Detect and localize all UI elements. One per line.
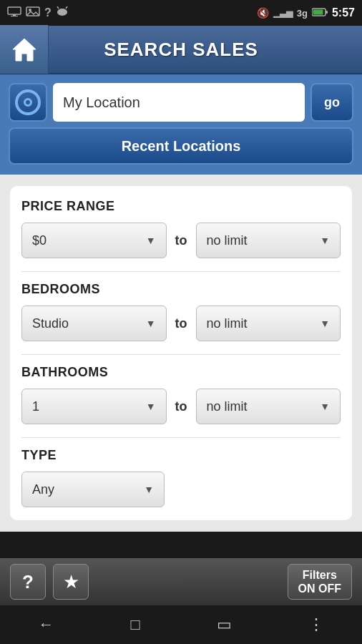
price-to-arrow: ▼ bbox=[320, 235, 330, 246]
bathrooms-from-arrow: ▼ bbox=[146, 401, 156, 412]
help-icon: ? bbox=[22, 571, 34, 593]
type-value: Any bbox=[32, 482, 54, 497]
screen-icon bbox=[7, 6, 21, 19]
price-range-row: $0 ▼ to no limit ▼ bbox=[21, 223, 341, 258]
bathrooms-to-arrow: ▼ bbox=[320, 401, 330, 412]
bottom-left-buttons: ? ★ bbox=[10, 564, 89, 600]
bathrooms-label: BATHROOMS bbox=[21, 365, 341, 380]
favorites-icon: ★ bbox=[63, 571, 79, 593]
type-label: TYPE bbox=[21, 448, 341, 463]
network-label: 3g bbox=[297, 8, 308, 19]
home-button[interactable] bbox=[0, 25, 49, 74]
bedrooms-to-value: no limit bbox=[207, 316, 248, 331]
search-row: go bbox=[9, 83, 353, 122]
filters-card: PRICE RANGE $0 ▼ to no limit ▼ BEDROOMS … bbox=[10, 186, 352, 520]
android-icon bbox=[56, 6, 69, 19]
home-icon bbox=[10, 35, 39, 64]
type-row: Any ▼ bbox=[21, 472, 341, 507]
target-icon bbox=[15, 89, 41, 115]
price-range-label: PRICE RANGE bbox=[21, 199, 341, 214]
help-button[interactable]: ? bbox=[10, 564, 46, 600]
bedrooms-range-row: Studio ▼ to no limit ▼ bbox=[21, 306, 341, 341]
recents-button[interactable]: ▭ bbox=[217, 615, 232, 634]
status-time: 5:57 bbox=[332, 6, 355, 19]
status-right-icons: 🔇 ▁▃▅ 3g 5:57 bbox=[257, 6, 355, 19]
bedrooms-from-arrow: ▼ bbox=[146, 318, 156, 329]
bedrooms-to-dropdown[interactable]: no limit ▼ bbox=[196, 306, 341, 341]
bedrooms-label: BEDROOMS bbox=[21, 282, 341, 297]
svg-line-7 bbox=[66, 6, 67, 9]
android-nav-bar: ← □ ▭ ⋮ bbox=[0, 605, 362, 644]
home-nav-button[interactable]: □ bbox=[130, 615, 140, 634]
filters-toggle-text: Filters ON OFF bbox=[288, 568, 351, 595]
menu-button[interactable]: ⋮ bbox=[308, 615, 324, 634]
status-bar: ? 🔇 ▁▃▅ 3g 5:57 bbox=[0, 0, 362, 26]
svg-rect-0 bbox=[8, 7, 21, 14]
type-dropdown[interactable]: Any ▼ bbox=[21, 472, 165, 507]
filters-label: Filters bbox=[298, 568, 341, 582]
help-icon: ? bbox=[44, 6, 52, 19]
filters-toggle-button[interactable]: Filters ON OFF bbox=[288, 564, 352, 600]
bedrooms-to-arrow: ▼ bbox=[320, 318, 330, 329]
bathrooms-range-row: 1 ▼ to no limit ▼ bbox=[21, 389, 341, 424]
filters-onoff: ON OFF bbox=[298, 582, 341, 595]
bottom-bar: ? ★ Filters ON OFF bbox=[0, 558, 362, 605]
bathrooms-to-value: no limit bbox=[207, 399, 248, 414]
type-arrow: ▼ bbox=[144, 484, 154, 495]
signal-bars: ▁▃▅ bbox=[273, 8, 293, 18]
bedrooms-to-label: to bbox=[167, 316, 196, 331]
favorites-button[interactable]: ★ bbox=[53, 564, 89, 600]
main-content: PRICE RANGE $0 ▼ to no limit ▼ BEDROOMS … bbox=[0, 175, 362, 532]
back-button[interactable]: ← bbox=[38, 615, 54, 634]
price-from-arrow: ▼ bbox=[146, 235, 156, 246]
divider-1 bbox=[21, 271, 341, 272]
divider-2 bbox=[21, 354, 341, 355]
bathrooms-to-label: to bbox=[167, 399, 196, 414]
battery-icon bbox=[312, 7, 328, 19]
svg-marker-11 bbox=[13, 39, 36, 61]
svg-rect-9 bbox=[326, 11, 328, 14]
price-from-dropdown[interactable]: $0 ▼ bbox=[21, 223, 167, 258]
image-icon bbox=[26, 6, 40, 19]
divider-3 bbox=[21, 437, 341, 438]
status-left-icons: ? bbox=[7, 6, 69, 19]
price-to-label: to bbox=[167, 233, 196, 248]
recent-locations-button[interactable]: Recent Locations bbox=[9, 127, 353, 165]
mute-icon: 🔇 bbox=[257, 7, 269, 19]
svg-rect-1 bbox=[13, 14, 16, 16]
app-header: SEARCH SALES bbox=[0, 26, 362, 74]
svg-rect-10 bbox=[313, 10, 323, 15]
bedrooms-from-dropdown[interactable]: Studio ▼ bbox=[21, 306, 167, 341]
location-target-button[interactable] bbox=[9, 83, 47, 122]
go-button[interactable]: go bbox=[310, 83, 353, 122]
price-to-dropdown[interactable]: no limit ▼ bbox=[196, 223, 341, 258]
svg-rect-2 bbox=[11, 16, 18, 16]
target-inner bbox=[24, 98, 32, 107]
bathrooms-from-value: 1 bbox=[32, 399, 39, 414]
svg-line-6 bbox=[57, 6, 59, 9]
bathrooms-from-dropdown[interactable]: 1 ▼ bbox=[21, 389, 167, 424]
bathrooms-to-dropdown[interactable]: no limit ▼ bbox=[196, 389, 341, 424]
price-from-value: $0 bbox=[32, 233, 47, 248]
price-to-value: no limit bbox=[207, 233, 248, 248]
location-input[interactable] bbox=[53, 83, 305, 122]
bedrooms-from-value: Studio bbox=[32, 316, 69, 331]
page-title: SEARCH SALES bbox=[49, 39, 313, 61]
svg-point-5 bbox=[57, 9, 67, 16]
search-area: go Recent Locations bbox=[0, 74, 362, 175]
